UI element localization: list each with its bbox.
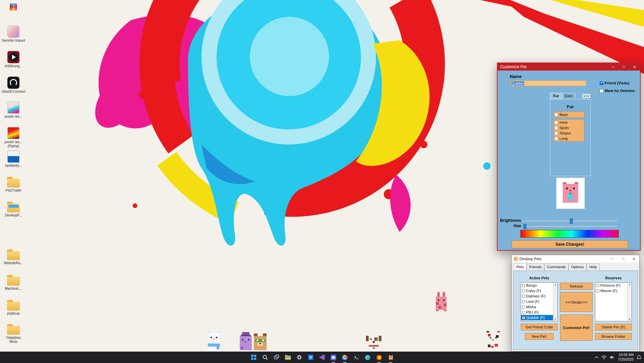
checkbox-icon[interactable]	[522, 284, 525, 287]
pet-name-input[interactable]: Quibble	[510, 80, 586, 86]
get-friend-code-button[interactable]: Get Friend Code	[521, 324, 558, 330]
scroll-down-icon[interactable]	[629, 317, 631, 321]
search-icon[interactable]	[260, 353, 270, 362]
checkbox-icon[interactable]	[522, 295, 525, 298]
start-button[interactable]	[249, 353, 259, 362]
chrome-icon[interactable]	[340, 353, 350, 362]
delete-pet-button[interactable]: Delete Pet (D)	[595, 324, 632, 330]
visual-studio-icon[interactable]	[317, 353, 327, 362]
friend-visits-checkbox[interactable]: Friend (Visits)	[600, 81, 629, 85]
firefox-icon[interactable]	[374, 353, 384, 362]
desktop-icon-media[interactable]: chilStrung...	[1, 51, 26, 68]
list-item[interactable]: PBJ (F)	[521, 310, 557, 315]
scroll-up-icon[interactable]	[554, 283, 557, 286]
task-view-icon[interactable]	[272, 353, 281, 362]
photos-icon[interactable]	[306, 353, 316, 362]
browse-folder-button[interactable]: Browse Folder	[595, 333, 632, 340]
desktop-icon-genshin[interactable]: Genshin Impact	[1, 26, 26, 43]
checkbox-icon[interactable]	[596, 289, 599, 292]
list-item[interactable]: Lexii (F)	[521, 299, 557, 304]
pet-sprite-dog[interactable]	[366, 334, 381, 351]
scroll-down-icon[interactable]	[554, 317, 557, 321]
checkbox-icon[interactable]	[554, 113, 558, 117]
hue-gradient-bar[interactable]	[520, 230, 619, 238]
checkbox-icon[interactable]	[554, 121, 558, 124]
tab-friends[interactable]: Friends	[526, 264, 544, 270]
fur-option-spots[interactable]: Spots	[554, 125, 584, 130]
volume-icon[interactable]	[610, 355, 615, 359]
checkbox-icon[interactable]	[596, 284, 599, 287]
mark-deletion-checkbox[interactable]: Mark for Deletion	[600, 89, 635, 93]
checkbox-checked-icon[interactable]	[522, 316, 525, 319]
list-item[interactable]: Bongo	[521, 283, 557, 288]
brightness-slider-handle[interactable]	[570, 218, 573, 224]
tab-ears[interactable]: Ears	[562, 93, 576, 99]
checkbox-icon[interactable]	[600, 89, 603, 93]
desktop-icon-popitcup[interactable]: popitcup	[1, 299, 26, 316]
pet-sprite-cat-scarf[interactable]	[206, 331, 221, 351]
list-item[interactable]: Florence (F)	[595, 283, 632, 288]
hue-slider[interactable]	[523, 226, 617, 227]
new-pet-button[interactable]: New Pet!	[525, 333, 554, 340]
list-item[interactable]: Dalmien (F)	[521, 293, 557, 299]
desktop-icon-desktopp[interactable]: DesktopP...	[1, 201, 26, 217]
tray-chevron-up-icon[interactable]	[594, 356, 598, 359]
desktop-icon-app[interactable]	[1, 3, 26, 11]
checkbox-icon[interactable]	[522, 306, 525, 309]
pets-titlebar[interactable]: Desktop Pets	[512, 255, 639, 263]
settings-icon[interactable]	[294, 353, 304, 362]
maximize-button[interactable]	[618, 255, 629, 263]
desktop-pets-app-icon[interactable]	[386, 353, 396, 362]
tab-scroll-left-icon[interactable]	[582, 93, 586, 98]
pet-sprite-bear[interactable]	[252, 333, 268, 350]
desktop-icon-psd[interactable]: epxfamily...	[1, 151, 26, 168]
notification-bell-icon[interactable]	[637, 355, 641, 360]
discord-icon[interactable]	[329, 353, 338, 362]
checkbox-checked-icon[interactable]	[600, 81, 603, 85]
minimize-button[interactable]	[607, 255, 618, 263]
fur-option-none[interactable]: none	[554, 120, 584, 125]
fur-option-stripes[interactable]: Stripes	[554, 130, 584, 136]
desktop-icon-websitera[interactable]: WebsiteRa...	[1, 249, 26, 265]
reserves-list[interactable]: Florence (F) Mauve (F)	[595, 282, 632, 321]
tab-fur[interactable]: Fur	[550, 93, 562, 99]
tab-options[interactable]: Options	[568, 264, 587, 270]
scrollbar[interactable]	[627, 283, 632, 321]
desktop-icon-ubisoft[interactable]: Ubisoft Connect	[1, 77, 26, 94]
clock[interactable]: 10:06 AM 7/20/2025	[618, 353, 634, 362]
customize-titlebar[interactable]: Customize Pet	[498, 63, 640, 71]
terminal-icon[interactable]	[352, 353, 361, 362]
list-item-selected[interactable]: Quibble (F)	[521, 315, 557, 320]
refresh-button[interactable]: Refresh	[560, 283, 593, 290]
checkbox-icon[interactable]	[554, 126, 558, 130]
checkbox-icon[interactable]	[522, 289, 525, 292]
tab-scroll-right-icon[interactable]	[586, 93, 591, 98]
base-option[interactable]: Base	[554, 112, 584, 117]
tab-commands[interactable]: Commands	[544, 264, 568, 270]
checkbox-icon[interactable]	[554, 131, 558, 135]
file-explorer-icon[interactable]	[283, 353, 293, 362]
hue-slider-handle[interactable]	[523, 224, 526, 229]
fur-option-long[interactable]: Long	[554, 136, 584, 141]
checkbox-icon[interactable]	[554, 137, 558, 140]
desktop-icon-machinel[interactable]: MachineL...	[1, 274, 26, 291]
list-item[interactable]: Calvy (F)	[521, 288, 557, 293]
minimize-button[interactable]	[608, 63, 618, 71]
scroll-up-icon[interactable]	[629, 283, 631, 286]
wifi-icon[interactable]	[601, 355, 607, 359]
list-item[interactable]: Misha	[521, 304, 557, 310]
desktop-icon-oatgalaxy[interactable]: Oatgalaxy Mods	[1, 323, 26, 344]
brightness-slider[interactable]	[523, 220, 617, 221]
pet-sprite-cat-spotted[interactable]	[485, 331, 501, 350]
desktop-icon-poster2[interactable]: poster ani... (Piping)	[1, 127, 26, 148]
active-pets-list[interactable]: Bongo Calvy (F) Dalmien (F) Lexii (F) Mi…	[521, 282, 558, 321]
list-item[interactable]: Mauve (F)	[595, 288, 632, 293]
tab-help[interactable]: Help	[587, 264, 600, 270]
close-button[interactable]	[629, 255, 639, 263]
desktop-icon-petztrailer[interactable]: PetzTrailer	[1, 176, 26, 193]
close-button[interactable]	[629, 63, 640, 71]
scrollbar[interactable]	[553, 283, 557, 321]
edge-icon[interactable]	[363, 353, 373, 362]
maximize-button[interactable]	[618, 63, 629, 71]
checkbox-icon[interactable]	[522, 311, 525, 314]
